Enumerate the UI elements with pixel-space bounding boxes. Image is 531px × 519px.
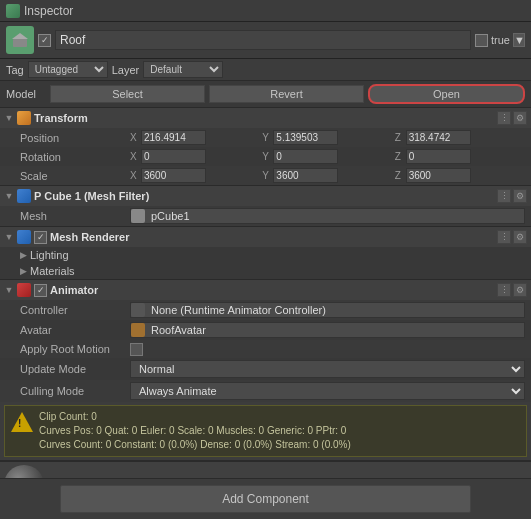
mesh-value-icon [131,209,145,223]
culling-mode-label: Culling Mode [20,385,130,397]
position-row: Position X Y Z [0,128,531,147]
scale-z-input[interactable] [406,168,471,183]
animator-expand-icon: ▼ [4,285,14,295]
scale-label: Scale [20,170,130,182]
transform-expand-icon: ▼ [4,113,14,123]
animator-warning-box: ! Clip Count: 0Curves Pos: 0 Quat: 0 Eul… [4,405,527,457]
avatar-icon [131,323,145,337]
rotation-xyz: X Y Z [130,149,525,164]
animator-header[interactable]: ▼ Animator ⋮ ⚙ [0,280,531,300]
add-component-button[interactable]: Add Component [60,485,471,513]
model-row: Model Select Revert Open [0,81,531,108]
avatar-field: RoofAvatar [130,322,525,338]
update-mode-label: Update Mode [20,363,130,375]
tag-select[interactable]: Untagged [28,61,108,78]
transform-settings-icon[interactable]: ⚙ [513,111,527,125]
texture-header: Roof Texture ⋮ ⚙ [0,461,531,478]
mesh-filter-header[interactable]: ▼ P Cube 1 (Mesh Filter) ⋮ ⚙ [0,186,531,206]
mesh-renderer-checkbox[interactable] [34,231,47,244]
inspector-icon [6,4,20,18]
mesh-label: Mesh [20,210,130,222]
controller-value: None (Runtime Animator Controller) [148,303,524,317]
mesh-filter-menu-icon[interactable]: ⋮ [497,189,511,203]
apply-root-motion-label: Apply Root Motion [20,343,130,355]
update-mode-select[interactable]: Normal [130,360,525,378]
revert-button[interactable]: Revert [209,85,364,103]
rotation-y-input[interactable] [273,149,338,164]
position-label: Position [20,132,130,144]
model-label: Model [6,88,46,100]
mesh-renderer-header[interactable]: ▼ Mesh Renderer ⋮ ⚙ [0,227,531,247]
lighting-expand-icon: ▶ [20,250,27,260]
update-mode-row: Update Mode Normal [0,358,531,380]
mesh-renderer-settings-icon[interactable]: ⚙ [513,230,527,244]
controller-icon [131,303,145,317]
transform-icon [17,111,31,125]
animator-warning-text: Clip Count: 0Curves Pos: 0 Quat: 0 Euler… [39,410,351,452]
open-button[interactable]: Open [368,84,525,104]
culling-mode-select[interactable]: Always Animate [130,382,525,400]
avatar-value: RoofAvatar [148,323,524,337]
mesh-renderer-icon [17,230,31,244]
static-label: true [491,34,510,46]
animator-settings-icon[interactable]: ⚙ [513,283,527,297]
controller-label: Controller [20,304,130,316]
static-checkbox[interactable] [475,34,488,47]
active-checkbox[interactable] [38,34,51,47]
scale-y-input[interactable] [273,168,338,183]
mesh-value-field: pCube1 [130,208,525,224]
transform-menu-icon[interactable]: ⋮ [497,111,511,125]
object-header: true ▼ [0,22,531,59]
object-name-input[interactable] [55,30,471,50]
select-button[interactable]: Select [50,85,205,103]
avatar-label: Avatar [20,324,130,336]
inspector-window: Inspector true ▼ Tag Untagged [0,0,531,519]
mesh-renderer-expand-icon: ▼ [4,232,14,242]
mesh-filter-title: P Cube 1 (Mesh Filter) [34,190,494,202]
apply-root-motion-row: Apply Root Motion [0,340,531,358]
mesh-renderer-menu-icon[interactable]: ⋮ [497,230,511,244]
mesh-row: Mesh pCube1 [0,206,531,226]
mesh-filter-settings-icon[interactable]: ⚙ [513,189,527,203]
rotation-x-input[interactable] [141,149,206,164]
controller-field: None (Runtime Animator Controller) [130,302,525,318]
transform-header[interactable]: ▼ Transform ⋮ ⚙ [0,108,531,128]
animator-icon [17,283,31,297]
texture-component: Roof Texture ⋮ ⚙ Shader Standard [0,461,531,478]
apply-root-motion-checkbox[interactable] [130,343,143,356]
position-z-input[interactable] [406,130,471,145]
lighting-section[interactable]: ▶ Lighting [0,247,531,263]
rotation-z-input[interactable] [406,149,471,164]
mesh-filter-component: ▼ P Cube 1 (Mesh Filter) ⋮ ⚙ Mesh pCube1 [0,186,531,227]
materials-label: Materials [30,265,75,277]
static-dropdown[interactable]: ▼ [513,33,525,47]
texture-sphere-icon [4,465,44,478]
materials-section[interactable]: ▶ Materials [0,263,531,279]
title-text: Inspector [24,4,73,18]
materials-expand-icon: ▶ [20,266,27,276]
object-icon [6,26,34,54]
layer-select[interactable]: Default [143,61,223,78]
position-x-input[interactable] [141,130,206,145]
mesh-value-text: pCube1 [148,209,524,223]
scale-row: Scale X Y Z [0,166,531,185]
mesh-filter-expand-icon: ▼ [4,191,14,201]
position-y-input[interactable] [273,130,338,145]
title-bar: Inspector [0,0,531,22]
avatar-row: Avatar RoofAvatar [0,320,531,340]
animator-title: Animator [50,284,494,296]
scale-xyz: X Y Z [130,168,525,183]
static-area: true ▼ [475,33,525,47]
mesh-renderer-title: Mesh Renderer [50,231,494,243]
add-component-area: Add Component [0,478,531,519]
scale-x-input[interactable] [141,168,206,183]
animator-menu-icon[interactable]: ⋮ [497,283,511,297]
tag-label: Tag [6,64,24,76]
tag-layer-row: Tag Untagged Layer Default [0,59,531,81]
mesh-renderer-component: ▼ Mesh Renderer ⋮ ⚙ ▶ Lighting ▶ Materia… [0,227,531,280]
animator-component: ▼ Animator ⋮ ⚙ Controller None (Runtime … [0,280,531,461]
scroll-area[interactable]: true ▼ Tag Untagged Layer Default Model … [0,22,531,478]
animator-checkbox[interactable] [34,284,47,297]
transform-title: Transform [34,112,494,124]
position-xyz: X Y Z [130,130,525,145]
